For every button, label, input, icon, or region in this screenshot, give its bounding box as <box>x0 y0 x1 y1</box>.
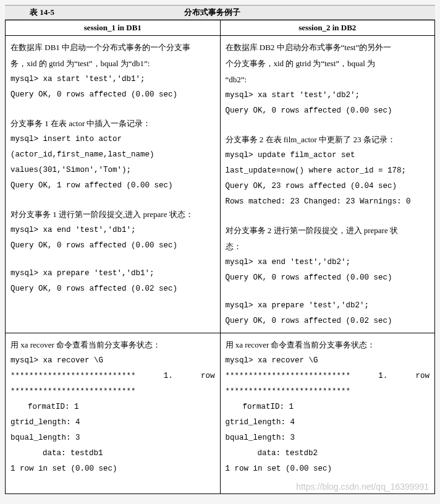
blank-line <box>226 286 430 299</box>
text-line: 个分支事务，xid 的 gtrid 为“test”，bqual 为 <box>226 56 430 72</box>
table-caption: 表 14-5 分布式事务例子 <box>5 5 435 20</box>
code-line: 1 row in set (0.00 sec) <box>11 461 215 477</box>
table-row: 在数据库 DB1 中启动一个分布式事务的一个分支事 务，xid 的 gtrid … <box>6 36 435 333</box>
separator-row: *************************** 1. row <box>11 369 215 384</box>
code-line: Query OK, 0 rows affected (0.02 sec) <box>11 281 215 297</box>
row-num: 1. <box>378 369 387 384</box>
code-line: mysql> xa prepare 'test','db1'; <box>11 266 215 281</box>
xa-example-table: session_1 in DB1 session_2 in DB2 在数据库 D… <box>5 20 435 494</box>
header-col1: session_1 in DB1 <box>6 20 221 36</box>
header-row: session_1 in DB1 session_2 in DB2 <box>6 20 435 36</box>
code-line: mysql> xa recover \G <box>11 353 215 369</box>
cell-r1c2: 在数据库 DB2 中启动分布式事务“test”的另外一 个分支事务，xid 的 … <box>220 36 435 333</box>
text-line: 用 xa recover 命令查看当前分支事务状态： <box>11 337 215 353</box>
blank-line <box>11 477 215 490</box>
code-line: values(301,'Simon','Tom'); <box>11 163 215 178</box>
code-line: gtrid_length: 4 <box>226 415 430 430</box>
code-line: data: testdb1 <box>11 446 215 461</box>
code-line: 1 row in set (0.00 sec) <box>226 461 430 477</box>
text-line: 态： <box>226 239 430 255</box>
asterisks: *************************** <box>226 369 351 384</box>
text-line: 在数据库 DB2 中启动分布式事务“test”的另外一 <box>226 40 430 56</box>
blank-line <box>226 119 430 132</box>
text-line: 分支事务 1 在表 actor 中插入一条记录： <box>11 116 215 132</box>
asterisks: *************************** <box>11 369 136 384</box>
text-line: “db2”: <box>226 72 430 88</box>
cell-r2c2: 用 xa recover 命令查看当前分支事务状态： mysql> xa rec… <box>220 333 435 494</box>
cell-r2c1: 用 xa recover 命令查看当前分支事务状态： mysql> xa rec… <box>6 333 221 494</box>
code-line: last_update=now() where actor_id = 178; <box>226 163 430 179</box>
code-line: Query OK, 0 rows affected (0.00 sec) <box>226 270 430 286</box>
code-line: mysql> xa prepare 'test','db2'; <box>226 298 430 314</box>
code-line: mysql> xa start 'test','db2'; <box>226 88 430 103</box>
code-line: mysql> xa recover \G <box>226 353 430 369</box>
code-line: formatID: 1 <box>226 399 430 415</box>
caption-left: 表 14-5 <box>5 7 104 18</box>
code-line: mysql> update film_actor set <box>226 148 430 163</box>
table-row: 用 xa recover 命令查看当前分支事务状态： mysql> xa rec… <box>6 333 435 494</box>
code-line: bqual_length: 3 <box>11 430 215 446</box>
code-line: mysql> xa end 'test','db1'; <box>11 223 215 238</box>
text-line: 对分支事务 2 进行第一阶段提交，进入 prepare 状 <box>226 223 430 239</box>
text-line: 对分支事务 1 进行第一阶段提交,进入 prepare 状态： <box>11 207 215 223</box>
code-line: gtrid_length: 4 <box>11 415 215 430</box>
row-num: 1. <box>164 369 173 384</box>
text-line: 在数据库 DB1 中启动一个分布式事务的一个分支事 <box>11 40 215 56</box>
code-line: mysql> xa start 'test','db1'; <box>11 72 215 87</box>
code-line: (actor_id,first_name,last_name) <box>11 147 215 163</box>
code-line: data: testdb2 <box>226 446 430 461</box>
blank-line <box>11 103 215 116</box>
code-line: bqual_length: 3 <box>226 430 430 446</box>
code-line: Query OK, 1 row affected (0.00 sec) <box>11 178 215 194</box>
code-line: Query OK, 23 rows affected (0.04 sec) <box>226 179 430 194</box>
code-line: mysql> xa end 'test','db2'; <box>226 255 430 270</box>
code-line: formatID: 1 <box>11 399 215 415</box>
blank-line <box>11 297 215 310</box>
asterisks: *************************** <box>11 384 215 399</box>
blank-line <box>11 310 215 323</box>
separator-row: *************************** 1. row <box>226 369 430 384</box>
code-line: Query OK, 0 rows affected (0.02 sec) <box>226 314 430 329</box>
code-line: Query OK, 0 rows affected (0.00 sec) <box>11 87 215 103</box>
caption-center: 分布式事务例子 <box>104 7 435 18</box>
text-line: 分支事务 2 在表 film_actor 中更新了 23 条记录： <box>226 132 430 148</box>
text-line: 务，xid 的 gtrid 为“test”，bqual 为“db1”: <box>11 56 215 72</box>
row-label: row <box>415 369 429 384</box>
blank-line <box>11 194 215 207</box>
code-line: Query OK, 0 rows affected (0.00 sec) <box>11 238 215 254</box>
cell-r1c1: 在数据库 DB1 中启动一个分布式事务的一个分支事 务，xid 的 gtrid … <box>6 36 221 333</box>
row-label: row <box>201 369 215 384</box>
text-line: 用 xa recover 命令查看当前分支事务状态： <box>226 337 430 353</box>
code-line: Rows matched: 23 Changed: 23 Warnings: 0 <box>226 194 430 210</box>
blank-line <box>226 477 430 490</box>
blank-line <box>226 210 430 223</box>
code-line: mysql> insert into actor <box>11 132 215 147</box>
header-col2: session_2 in DB2 <box>220 20 435 36</box>
asterisks: *************************** <box>226 384 430 399</box>
code-line: Query OK, 0 rows affected (0.00 sec) <box>226 103 430 119</box>
blank-line <box>11 254 215 267</box>
